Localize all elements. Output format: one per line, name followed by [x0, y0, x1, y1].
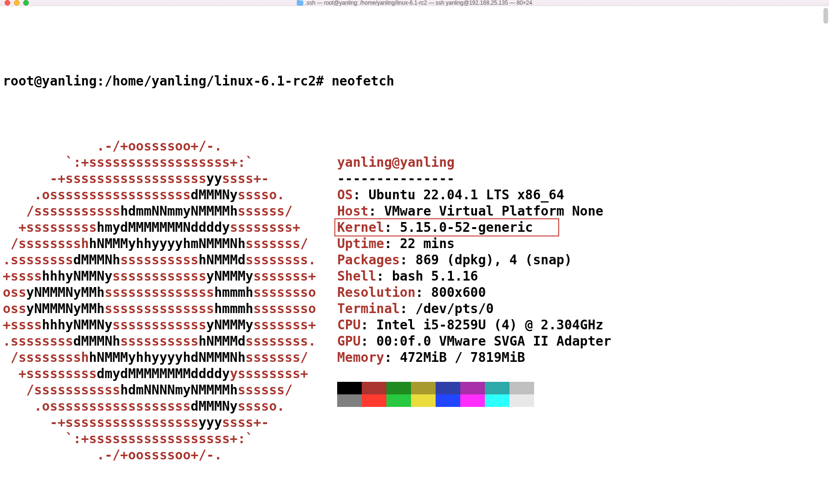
color-swatch	[386, 382, 411, 394]
color-swatch	[362, 382, 386, 394]
window-controls	[0, 0, 29, 6]
minimize-icon[interactable]	[14, 0, 20, 6]
nf-separator: ---------------	[337, 171, 455, 186]
label-resolution: Resolution	[337, 285, 416, 300]
value-resolution: 800x600	[431, 285, 486, 300]
label-shell: Shell	[337, 268, 376, 284]
color-swatches-row2	[337, 394, 611, 407]
color-swatch	[362, 394, 386, 407]
color-swatch	[411, 382, 436, 394]
color-swatch	[485, 382, 509, 394]
label-os: OS	[337, 187, 353, 203]
color-swatch	[460, 382, 485, 394]
color-swatch	[485, 394, 509, 407]
label-cpu: CPU	[337, 317, 361, 333]
prompt-line-1: root@yanling:/home/yanling/linux-6.1-rc2…	[3, 73, 826, 89]
label-packages: Packages	[337, 252, 400, 268]
color-swatch	[386, 394, 411, 407]
label-uptime: Uptime	[337, 236, 384, 251]
command-text: neofetch	[332, 73, 394, 89]
kernel-highlight: Kernel: 5.15.0-52-generic	[334, 218, 559, 236]
value-shell: bash 5.1.16	[392, 268, 478, 284]
nf-user: yanling	[337, 155, 392, 170]
color-swatch	[460, 394, 485, 407]
at-sign: @	[392, 155, 400, 170]
color-swatch	[436, 382, 460, 394]
titlebar: .ssh — root@yanling: /home/yanling/linux…	[0, 0, 829, 6]
ascii-logo: .-/+oossssoo+/-. `:+ssssssssssssssssss+:…	[3, 138, 337, 463]
value-memory: 472MiB / 7819MiB	[400, 350, 525, 365]
scroll-thumb[interactable]	[823, 8, 828, 24]
value-host: VMware Virtual Platform None	[384, 203, 603, 219]
label-host: Host	[337, 203, 368, 219]
close-icon[interactable]	[5, 0, 10, 6]
value-packages: 869 (dpkg), 4 (snap)	[416, 252, 572, 268]
label-gpu: GPU	[337, 334, 361, 349]
window-title-text: .ssh — root@yanling: /home/yanling/linux…	[305, 0, 532, 6]
label-terminal: Terminal	[337, 301, 400, 316]
color-swatch	[436, 394, 460, 407]
maximize-icon[interactable]	[23, 0, 29, 6]
folder-icon	[297, 0, 303, 6]
label-memory: Memory	[337, 350, 384, 365]
value-gpu: 00:0f.0 VMware SVGA II Adapter	[376, 334, 611, 349]
label-kernel: Kernel	[337, 220, 384, 235]
value-cpu: Intel i5-8259U (4) @ 2.304GHz	[376, 317, 603, 333]
nf-host: yanling	[400, 155, 455, 170]
color-swatch	[337, 382, 362, 394]
system-info: yanling@yanling --------------- OS: Ubun…	[337, 138, 611, 463]
value-kernel: 5.15.0-52-generic	[400, 220, 533, 235]
color-swatch	[509, 382, 534, 394]
prompt-text: root@yanling:/home/yanling/linux-6.1-rc2…	[3, 73, 332, 89]
color-swatches-row1	[337, 382, 611, 394]
value-terminal: /dev/pts/0	[416, 301, 494, 316]
color-swatch	[509, 394, 534, 407]
color-swatch	[337, 394, 362, 407]
terminal-window: .ssh — root@yanling: /home/yanling/linux…	[0, 0, 829, 504]
neofetch-output: .-/+oossssoo+/-. `:+ssssssssssssssssss+:…	[3, 138, 826, 463]
terminal-body[interactable]: root@yanling:/home/yanling/linux-6.1-rc2…	[0, 6, 829, 504]
value-uptime: 22 mins	[400, 236, 455, 251]
color-swatch	[411, 394, 436, 407]
value-os: Ubuntu 22.04.1 LTS x86_64	[368, 187, 564, 203]
scrollbar[interactable]	[822, 8, 829, 504]
window-title: .ssh — root@yanling: /home/yanling/linux…	[0, 0, 829, 6]
